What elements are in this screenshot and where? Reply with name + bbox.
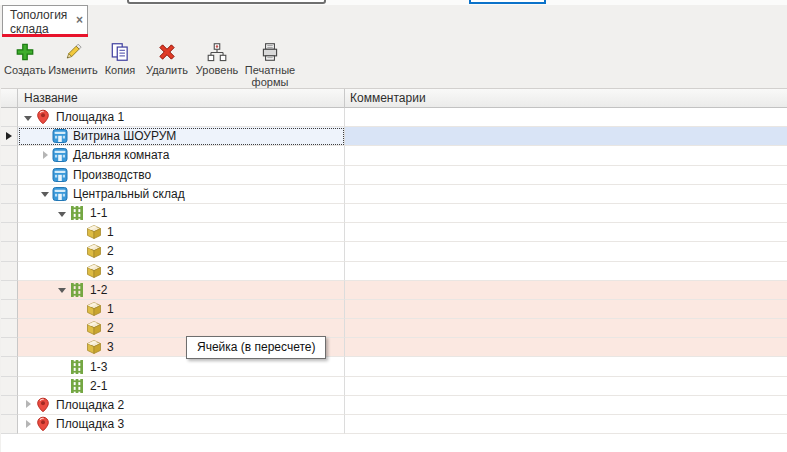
name-cell[interactable]: 1 — [18, 223, 345, 242]
create-button[interactable]: Создать — [2, 39, 48, 87]
print-icon — [259, 41, 281, 63]
map-pin-icon — [35, 109, 51, 125]
table-row[interactable]: Площадка 2 — [1, 396, 787, 415]
comment-cell[interactable] — [345, 242, 787, 261]
table-row[interactable]: 1-1 — [1, 204, 787, 223]
table-row[interactable]: Дальняя комната — [1, 146, 787, 165]
delete-icon — [156, 41, 178, 63]
comment-cell[interactable] — [345, 338, 787, 357]
comment-cell[interactable] — [345, 146, 787, 165]
copy-button[interactable]: Копия — [98, 39, 142, 87]
row-indicator-cell — [1, 242, 18, 261]
table-row[interactable]: Витрина ШОУРУМ — [1, 127, 787, 146]
rack-icon — [69, 282, 85, 298]
name-cell[interactable]: 1-3 — [18, 357, 345, 376]
map-pin-icon — [35, 416, 51, 432]
edit-button[interactable]: Изменить — [48, 39, 98, 87]
table-row[interactable]: 2-1 — [1, 377, 787, 396]
comment-cell[interactable] — [345, 281, 787, 300]
row-indicator-cell — [1, 300, 18, 319]
print-forms-button-label: Печатные формы — [242, 64, 298, 88]
name-cell[interactable]: Площадка 1 — [18, 108, 345, 127]
table-row[interactable]: 2 — [1, 319, 787, 338]
row-indicator-cell — [1, 166, 18, 185]
comment-cell[interactable] — [345, 108, 787, 127]
name-cell[interactable]: Площадка 3 — [18, 415, 345, 434]
name-cell[interactable]: 1-1 — [18, 204, 345, 223]
comment-cell[interactable] — [345, 185, 787, 204]
name-cell[interactable]: 3 — [18, 262, 345, 281]
name-cell[interactable]: 1-2 — [18, 281, 345, 300]
grid-rows: Площадка 1Витрина ШОУРУМДальняя комнатаП… — [1, 108, 787, 434]
expander-expanded-icon[interactable] — [22, 111, 35, 124]
column-header-name[interactable]: Название — [18, 89, 345, 108]
name-cell[interactable]: Витрина ШОУРУМ — [18, 127, 345, 146]
comment-cell[interactable] — [345, 166, 787, 185]
delete-button[interactable]: Удалить — [142, 39, 192, 87]
expander-spacer — [73, 322, 86, 335]
cutoff-input-fragment — [127, 0, 326, 4]
tab-warehouse-topology[interactable]: Топология склада × — [2, 5, 88, 34]
row-indicator-cell — [1, 262, 18, 281]
warehouse-icon — [52, 128, 68, 144]
comment-cell[interactable] — [345, 262, 787, 281]
print-forms-button[interactable]: Печатные формы — [242, 39, 298, 87]
topology-tree-grid: Название Комментарии Площадка 1Витрина Ш… — [1, 88, 787, 452]
table-row[interactable]: 2 — [1, 242, 787, 261]
table-row[interactable]: 1-2 — [1, 281, 787, 300]
comment-cell[interactable] — [345, 204, 787, 223]
add-icon — [14, 41, 36, 63]
row-indicator-cell — [1, 357, 18, 376]
row-label: 3 — [107, 340, 114, 354]
name-cell[interactable]: Дальняя комната — [18, 146, 345, 165]
table-row[interactable]: 1 — [1, 223, 787, 242]
level-button[interactable]: Уровень — [192, 39, 242, 87]
row-label: 1-3 — [90, 360, 107, 374]
table-row[interactable]: Производство — [1, 166, 787, 185]
table-row[interactable]: Площадка 3 — [1, 415, 787, 434]
expander-spacer — [73, 226, 86, 239]
row-label: Площадка 3 — [56, 417, 124, 431]
name-cell[interactable]: Производство — [18, 166, 345, 185]
row-indicator-cell — [1, 185, 18, 204]
box-icon — [86, 320, 102, 336]
row-label: Производство — [73, 168, 151, 182]
table-row[interactable]: 1-3 — [1, 357, 787, 376]
row-indicator-cell — [1, 338, 18, 357]
name-cell[interactable]: Центральный склад — [18, 185, 345, 204]
comment-cell[interactable] — [345, 396, 787, 415]
row-indicator-cell — [1, 204, 18, 223]
comment-cell[interactable] — [345, 357, 787, 376]
expander-collapsed-icon[interactable] — [39, 149, 52, 162]
row-indicator-cell — [1, 415, 18, 434]
row-indicator-cell — [1, 146, 18, 165]
comment-cell[interactable] — [345, 127, 787, 146]
expander-expanded-icon[interactable] — [56, 283, 69, 296]
expander-collapsed-icon[interactable] — [22, 418, 35, 431]
comment-cell[interactable] — [345, 300, 787, 319]
expander-spacer — [39, 130, 52, 143]
table-row[interactable]: 3 — [1, 262, 787, 281]
comment-cell[interactable] — [345, 377, 787, 396]
row-indicator-cell — [1, 396, 18, 415]
comment-cell[interactable] — [345, 319, 787, 338]
expander-collapsed-icon[interactable] — [22, 398, 35, 411]
table-row[interactable]: 1 — [1, 300, 787, 319]
name-cell[interactable]: 2 — [18, 242, 345, 261]
table-row[interactable]: Центральный склад — [1, 185, 787, 204]
table-row[interactable]: 3 — [1, 338, 787, 357]
expander-expanded-icon[interactable] — [56, 207, 69, 220]
name-cell[interactable]: 2-1 — [18, 377, 345, 396]
comment-cell[interactable] — [345, 415, 787, 434]
table-row[interactable]: Площадка 1 — [1, 108, 787, 127]
row-label: 1 — [107, 225, 114, 239]
name-cell[interactable]: Площадка 2 — [18, 396, 345, 415]
row-label: Площадка 1 — [56, 110, 124, 124]
close-icon[interactable]: × — [76, 15, 83, 25]
box-icon — [86, 339, 102, 355]
row-indicator-cell — [1, 223, 18, 242]
expander-expanded-icon[interactable] — [39, 187, 52, 200]
comment-cell[interactable] — [345, 223, 787, 242]
name-cell[interactable]: 1 — [18, 300, 345, 319]
column-header-comments[interactable]: Комментарии — [345, 89, 787, 108]
